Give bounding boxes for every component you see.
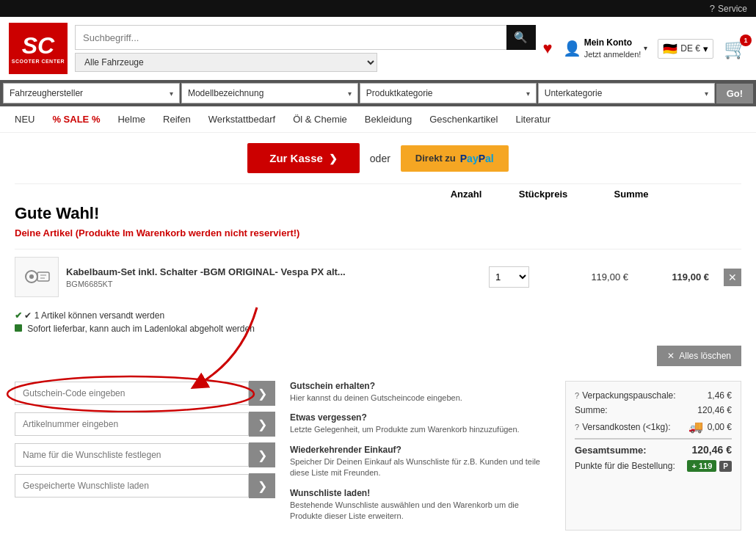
info-wunschliste-title: Wunschliste laden! [290, 488, 550, 498]
main-content: Anzahl Stückpreis Summe Gute Wahl! Deine… [0, 183, 756, 545]
cart-warning: (Produkte Im Warenkorb werden nicht rese… [76, 227, 300, 238]
nav-sale[interactable]: % SALE % [43, 106, 109, 132]
points-label: Punkte für die Bestellung: [575, 461, 675, 471]
quantity-wrapper: 1 2 3 [489, 266, 548, 288]
nav-literatur[interactable]: Literatur [506, 106, 559, 132]
summe-label: Summe: [575, 405, 608, 415]
total-price: 119,00 € [643, 271, 716, 283]
avail-line-1: ✔ ✔ 1 Artikel können versandt werden [15, 310, 741, 321]
product-info: Kabelbaum-Set inkl. Schalter -BGM ORIGIN… [66, 266, 481, 288]
info-vergessen-desc: Letzte Gelegenheit, um Produkte zum Ware… [290, 424, 550, 435]
wishlist-load-submit-button[interactable]: ❯ [249, 473, 275, 498]
checkmark-icon: ✔ [15, 310, 22, 321]
coupon-section: ❯ [15, 381, 275, 406]
wishlist-name-row: ❯ [15, 442, 275, 467]
quantity-select[interactable]: 1 2 3 [489, 266, 529, 288]
dropdown2-caret-icon: ▾ [348, 90, 352, 98]
cart-button[interactable]: 🛒 1 [724, 37, 747, 60]
wishlist-name-input[interactable] [15, 443, 249, 467]
account-title: Mein Konto [584, 37, 641, 49]
points-row: Punkte für die Bestellung: + 119 P [575, 460, 732, 472]
flag-icon: 🇩🇪 [663, 42, 677, 56]
paypal-logo: PayPal [460, 153, 494, 164]
versand-value: 0,00 € [708, 422, 732, 432]
main-navigation: NEU % SALE % Helme Reifen Werkstattbedar… [0, 106, 756, 133]
logo-sc-text: SC [22, 34, 54, 57]
language-selector[interactable]: 🇩🇪 DE € ▾ [658, 39, 713, 59]
right-info: Gutschein erhalten? Hier kannst du deine… [290, 381, 550, 531]
kasse-arrow-icon: ❯ [329, 153, 338, 164]
account-subtitle: Jetzt anmelden! [584, 49, 641, 59]
go-button[interactable]: Go! [716, 84, 753, 103]
points-badge: + 119 [687, 460, 716, 472]
search-area: 🔍 Alle Fahrzeuge [75, 25, 536, 72]
cart-badge: 1 [740, 34, 752, 46]
logo[interactable]: SC SCOOTER CENTER [9, 23, 68, 74]
article-input[interactable] [15, 412, 249, 436]
unterkategorie-dropdown[interactable]: Unterkategorie ▾ [538, 83, 715, 103]
product-name[interactable]: Kabelbaum-Set inkl. Schalter -BGM ORIGIN… [66, 266, 481, 277]
verpackung-help-icon[interactable]: ? [575, 391, 579, 400]
account-caret-icon: ▾ [644, 44, 647, 52]
gesamt-label: Gesamtsumme: [575, 445, 647, 456]
svg-rect-2 [37, 272, 49, 281]
summary-versand: ? Versandkosten (<1kg): 🚚 0,00 € [575, 420, 732, 434]
vehicle-select[interactable]: Alle Fahrzeuge [75, 53, 377, 72]
coupon-input[interactable] [15, 382, 249, 405]
info-wunschliste: Wunschliste laden! Bestehende Wunschlist… [290, 488, 550, 522]
search-input[interactable] [75, 25, 506, 50]
avail-line-2: Sofort lieferbar, kann auch im Ladenloka… [15, 324, 741, 334]
cart-subtitle-label: Deine Artikel [15, 227, 73, 238]
service-link[interactable]: Service [718, 4, 747, 14]
delete-all-button[interactable]: ✕ Alles löschen [657, 346, 741, 366]
delete-all-row: ✕ Alles löschen [15, 338, 741, 373]
coupon-submit-button[interactable]: ❯ [249, 381, 275, 406]
category-dropdowns: Fahrzeughersteller ▾ Modellbezeichnung ▾… [0, 80, 756, 106]
header: SC SCOOTER CENTER 🔍 Alle Fahrzeuge ♥ 👤 M… [0, 17, 756, 80]
bottom-section: ❯ ❯ ❯ ❯ Gutschein erhalten? Hier kannst … [15, 381, 741, 531]
logo-name-text: SCOOTER CENTER [12, 59, 65, 64]
left-inputs: ❯ ❯ ❯ ❯ [15, 381, 275, 531]
nav-bekleidung[interactable]: Bekleidung [356, 106, 421, 132]
points-p-badge: P [719, 461, 732, 472]
wishlist-name-submit-button[interactable]: ❯ [249, 442, 275, 467]
zur-kasse-button[interactable]: Zur Kasse ❯ [247, 143, 360, 173]
nav-werkstatt[interactable]: Werkstattbedarf [200, 106, 285, 132]
remove-item-button[interactable]: ✕ [724, 269, 741, 286]
verpackung-label: ? Verpackungspauschale: [575, 390, 676, 401]
account-icon: 👤 [563, 40, 581, 57]
nav-geschenk[interactable]: Geschenkartikel [421, 106, 506, 132]
wishlist-load-input[interactable] [15, 474, 249, 497]
checkout-bar: Zur Kasse ❯ oder Direkt zu PayPal [0, 133, 756, 183]
product-row: Kabelbaum-Set inkl. Schalter -BGM ORIGIN… [15, 249, 741, 305]
page-title: Gute Wahl! [15, 204, 741, 223]
coupon-row: ❯ [15, 381, 275, 406]
product-image [15, 257, 59, 297]
info-coupon: Gutschein erhalten? Hier kannst du deine… [290, 381, 550, 404]
produktkategorie-dropdown[interactable]: Produktkategorie ▾ [360, 83, 537, 103]
gesamt-value: 120,46 € [692, 444, 733, 456]
article-submit-button[interactable]: ❯ [249, 412, 275, 437]
account-area[interactable]: 👤 Mein Konto Jetzt anmelden! ▾ [563, 37, 648, 59]
info-vergessen: Etwas vergessen? Letzte Gelegenheit, um … [290, 412, 550, 435]
fahrzeughersteller-dropdown[interactable]: Fahrzeughersteller ▾ [3, 83, 180, 103]
nav-neu[interactable]: NEU [6, 106, 43, 132]
versand-help-icon[interactable]: ? [575, 423, 579, 431]
account-text: Mein Konto Jetzt anmelden! [584, 37, 641, 59]
col-stueck: Stückpreis [499, 189, 587, 200]
nav-helme[interactable]: Helme [109, 106, 154, 132]
nav-reifen[interactable]: Reifen [154, 106, 200, 132]
help-icon: ? [710, 3, 715, 14]
wishlist-icon[interactable]: ♥ [543, 39, 553, 58]
modellbezeichnung-dropdown[interactable]: Modellbezeichnung ▾ [181, 83, 358, 103]
product-sku: BGM6685KT [66, 280, 481, 288]
dropdown1-caret-icon: ▾ [170, 90, 173, 98]
info-coupon-title: Gutschein erhalten? [290, 381, 550, 391]
search-button[interactable]: 🔍 [506, 25, 536, 50]
svg-point-1 [29, 274, 34, 279]
summary-verpackung: ? Verpackungspauschale: 1,46 € [575, 390, 732, 401]
avail-text-2: Sofort lieferbar, kann auch im Ladenloka… [27, 324, 255, 334]
paypal-button[interactable]: Direkt zu PayPal [401, 145, 509, 172]
nav-oel[interactable]: Öl & Chemie [284, 106, 356, 132]
verpackung-value: 1,46 € [708, 390, 732, 401]
